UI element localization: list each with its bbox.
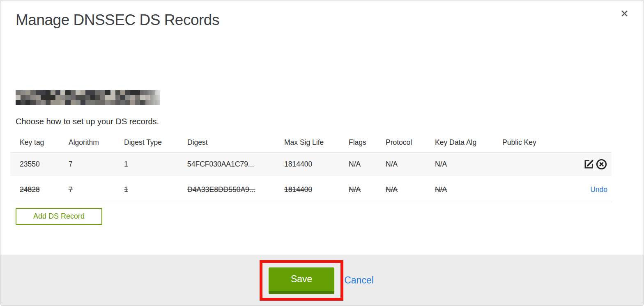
add-ds-record-button[interactable]: Add DS Record bbox=[16, 208, 102, 225]
manage-dnssec-modal: Manage DNSSEC DS Records ✕ Choose how to… bbox=[0, 0, 644, 306]
redacted-domain-name bbox=[16, 90, 160, 105]
cancel-link[interactable]: Cancel bbox=[344, 275, 374, 286]
delete-icon[interactable] bbox=[596, 158, 607, 170]
table-row-deleted: 24828 7 1 D4A33E8DD550A9... 1814400 N/A … bbox=[10, 177, 612, 202]
col-header-digest: Digest bbox=[178, 138, 275, 147]
cell-digest: 54FCF030AA1C79... bbox=[178, 160, 275, 169]
instruction-text: Choose how to set up your DS records. bbox=[16, 117, 644, 126]
cell-key-tag: 24828 bbox=[10, 185, 59, 194]
undo-link[interactable]: Undo bbox=[590, 185, 607, 194]
page-title: Manage DNSSEC DS Records bbox=[16, 11, 644, 29]
cell-flags: N/A bbox=[339, 160, 376, 169]
cell-key-data-alg: N/A bbox=[426, 185, 493, 194]
col-header-flags: Flags bbox=[339, 138, 376, 147]
cell-digest-type: 1 bbox=[115, 185, 178, 194]
cell-max-sig-life: 1814400 bbox=[275, 160, 339, 169]
cell-flags: N/A bbox=[339, 185, 376, 194]
cell-max-sig-life: 1814400 bbox=[275, 185, 339, 194]
cell-algorithm: 7 bbox=[59, 185, 115, 194]
footer-button-group: Save Cancel bbox=[260, 260, 374, 301]
red-annotation-rectangle: Save bbox=[260, 260, 343, 301]
cell-digest-type: 1 bbox=[115, 160, 178, 169]
cell-key-tag: 23550 bbox=[10, 160, 59, 169]
col-header-algorithm: Algorithm bbox=[59, 138, 115, 147]
cell-protocol: N/A bbox=[376, 185, 426, 194]
cell-key-data-alg: N/A bbox=[426, 160, 493, 169]
modal-footer: Save Cancel bbox=[0, 255, 644, 306]
edit-icon[interactable] bbox=[583, 158, 595, 170]
ds-records-table: Key tag Algorithm Digest Type Digest Max… bbox=[10, 133, 612, 202]
cell-algorithm: 7 bbox=[59, 160, 115, 169]
table-header-row: Key tag Algorithm Digest Type Digest Max… bbox=[10, 133, 612, 152]
col-header-digest-type: Digest Type bbox=[115, 138, 178, 147]
close-icon[interactable]: ✕ bbox=[620, 9, 629, 19]
col-header-protocol: Protocol bbox=[376, 138, 426, 147]
col-header-public-key: Public Key bbox=[493, 138, 574, 147]
row-actions bbox=[574, 158, 612, 170]
cell-protocol: N/A bbox=[376, 160, 426, 169]
col-header-key-data-alg: Key Data Alg bbox=[426, 138, 493, 147]
table-row: 23550 7 1 54FCF030AA1C79... 1814400 N/A … bbox=[10, 152, 612, 177]
save-button[interactable]: Save bbox=[269, 267, 334, 294]
cell-digest: D4A33E8DD550A9... bbox=[178, 185, 275, 194]
row-actions: Undo bbox=[574, 185, 612, 194]
col-header-key-tag: Key tag bbox=[10, 138, 59, 147]
col-header-max-sig-life: Max Sig Life bbox=[275, 138, 339, 147]
